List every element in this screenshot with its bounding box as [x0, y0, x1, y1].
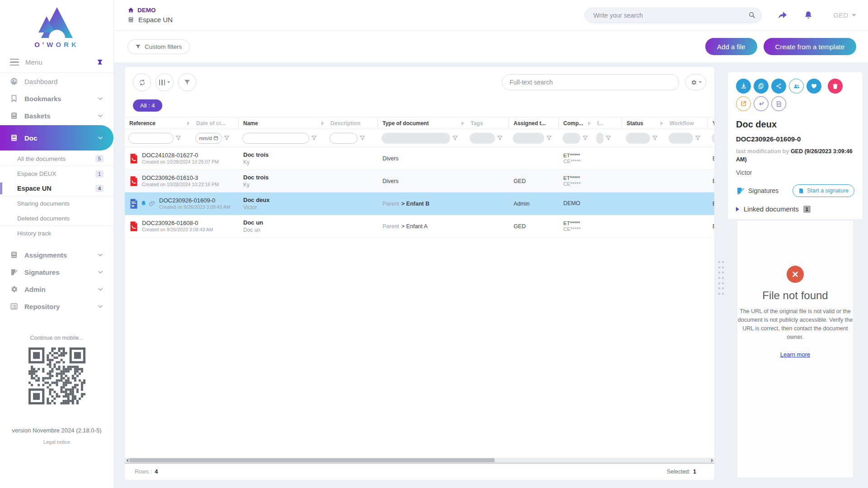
mobile-hint: Continue on mobile... — [0, 335, 113, 341]
column-header-name[interactable]: Name — [239, 117, 326, 129]
funnel-icon[interactable] — [359, 135, 365, 141]
column-header-reference[interactable]: Reference — [125, 117, 192, 129]
sidebar-item-signatures[interactable]: Signatures — [0, 263, 113, 281]
funnel-icon[interactable] — [452, 135, 458, 141]
sort-caret-icon — [187, 121, 190, 126]
refresh-button[interactable] — [133, 73, 151, 91]
menu-label: Menu — [25, 58, 42, 66]
scrollbar-thumb[interactable] — [129, 458, 495, 462]
funnel-icon[interactable] — [497, 135, 503, 141]
table-row[interactable]: DOC230926-01608-0Created on 9/26/2023 3:… — [125, 215, 714, 238]
document-properties-button[interactable] — [771, 96, 786, 111]
breadcrumb-space[interactable]: Espace UN — [127, 16, 173, 23]
table-row-selected[interactable]: w DOC230926-01609-0Created on 9/26/2023 … — [125, 192, 714, 215]
delete-button[interactable] — [828, 79, 843, 94]
funnel-icon[interactable] — [652, 135, 658, 141]
column-header-company[interactable]: Comp... — [559, 117, 593, 129]
sidebar-item-dashboard[interactable]: Dashboard — [0, 73, 113, 90]
sidebar-item-deleted-documents[interactable]: Deleted documents — [0, 211, 113, 226]
copy-button[interactable] — [754, 79, 769, 94]
sidebar-item-admin[interactable]: Admin — [0, 281, 113, 298]
sidebar-item-repository[interactable]: Repository — [0, 298, 113, 315]
notifications-bell-icon[interactable] — [803, 10, 813, 20]
funnel-icon[interactable] — [695, 135, 701, 141]
open-external-button[interactable] — [736, 96, 751, 111]
sidebar-item-espace-un[interactable]: Espace UN 4 — [0, 181, 113, 196]
sidebar-item-espace-deux[interactable]: Espace DEUX 1 — [0, 166, 113, 181]
pin-icon[interactable] — [96, 59, 104, 66]
panel-resize-gap — [714, 67, 728, 480]
fulltext-search-input[interactable] — [509, 79, 671, 86]
horizontal-scrollbar[interactable] — [125, 458, 714, 464]
global-search-input[interactable] — [593, 12, 748, 19]
filter-select-workflow[interactable] — [669, 133, 693, 144]
linked-documents-toggle[interactable]: Linked documents 1 — [736, 205, 854, 213]
legal-notice-link[interactable]: Legal notice — [0, 439, 113, 445]
table-footer: Rows : 4 Selected: 1 — [125, 458, 714, 480]
funnel-icon[interactable] — [605, 135, 611, 141]
document-created: Created on 10/28/2024 10:25:07 PM — [142, 159, 219, 164]
add-file-button[interactable]: Add a file — [705, 38, 757, 55]
user-menu[interactable]: GED — [833, 11, 856, 19]
document-y: E — [708, 178, 714, 184]
custom-filters-button[interactable]: Custom filters — [127, 39, 190, 54]
column-header-i[interactable]: I... — [593, 117, 622, 129]
document-reference: DOC230926-01610-3 — [142, 174, 198, 181]
search-icon[interactable] — [748, 11, 756, 19]
drag-handle[interactable] — [718, 261, 724, 295]
start-signature-button[interactable]: Start a signature — [793, 184, 854, 197]
table-settings-button[interactable] — [685, 74, 706, 90]
table-row[interactable]: DOC230926-01610-3Created on 10/28/2024 1… — [125, 170, 714, 192]
filter-input-date[interactable]: mm/d — [195, 133, 222, 144]
filter-select-y[interactable] — [712, 133, 714, 144]
table-row[interactable]: DOC241028-01627-0Created on 10/28/2024 1… — [125, 147, 714, 170]
column-header-workflow[interactable]: Workflow — [665, 117, 708, 129]
filter-select-company[interactable] — [562, 133, 580, 144]
columns-button[interactable] — [156, 73, 174, 91]
filter-select-status[interactable] — [626, 133, 650, 144]
sidebar-item-sharing-documents[interactable]: Sharing documents — [0, 196, 113, 211]
column-header-description[interactable]: Description — [326, 117, 378, 129]
share-nodes-button[interactable] — [771, 79, 786, 94]
filter-select-tags[interactable] — [470, 133, 495, 144]
filter-select-assigned[interactable] — [513, 133, 544, 144]
learn-more-link[interactable]: Learn more — [780, 351, 810, 358]
filter-input-name[interactable] — [242, 133, 309, 144]
return-button[interactable] — [754, 96, 769, 111]
column-header-type[interactable]: Type of document — [378, 117, 466, 129]
filter-badge-all[interactable]: All : 4 — [133, 99, 162, 112]
favorite-button[interactable] — [807, 79, 821, 94]
column-header-date[interactable]: Date of cr... — [192, 117, 239, 129]
share-icon[interactable] — [777, 10, 788, 21]
sidebar-item-history-track[interactable]: History track — [0, 226, 113, 241]
column-header-tags[interactable]: Tags — [466, 117, 509, 129]
sidebar-item-doc[interactable]: Doc — [0, 125, 113, 150]
scroll-right-icon[interactable] — [710, 458, 714, 463]
filter-select-i[interactable] — [596, 133, 604, 144]
download-button[interactable] — [736, 79, 751, 94]
funnel-icon[interactable] — [546, 135, 552, 141]
funnel-icon[interactable] — [582, 135, 588, 141]
breadcrumb-home[interactable]: DEMO — [127, 7, 173, 14]
funnel-icon[interactable] — [175, 135, 181, 141]
column-header-y[interactable]: Y... — [708, 117, 714, 129]
users-button[interactable] — [789, 79, 804, 94]
column-header-assigned[interactable]: Assigned t... — [509, 117, 559, 129]
hamburger-icon[interactable] — [10, 59, 19, 66]
sidebar-item-assignments[interactable]: Assignments — [0, 246, 113, 263]
document-name: Doc un — [243, 219, 326, 226]
preview-page: File not found The URL of the original f… — [737, 220, 854, 478]
filter-input-description[interactable] — [330, 133, 358, 144]
filter-select-type[interactable] — [382, 133, 450, 144]
sidebar-item-all-documents[interactable]: All the documents 5 — [0, 151, 113, 166]
funnel-icon[interactable] — [311, 135, 317, 141]
sidebar-item-bookmarks[interactable]: Bookmarks — [0, 90, 113, 107]
sidebar-item-baskets[interactable]: Baskets — [0, 107, 113, 124]
scroll-left-icon[interactable] — [125, 458, 129, 463]
filter-input-reference[interactable] — [128, 133, 174, 144]
filter-button[interactable] — [178, 73, 196, 91]
document-details-panel: Doc deux DOC230926-01609-0 last modifica… — [728, 72, 863, 480]
create-from-template-button[interactable]: Create from a template — [764, 38, 856, 55]
column-header-status[interactable]: Status — [622, 117, 665, 129]
funnel-icon[interactable] — [224, 135, 230, 141]
